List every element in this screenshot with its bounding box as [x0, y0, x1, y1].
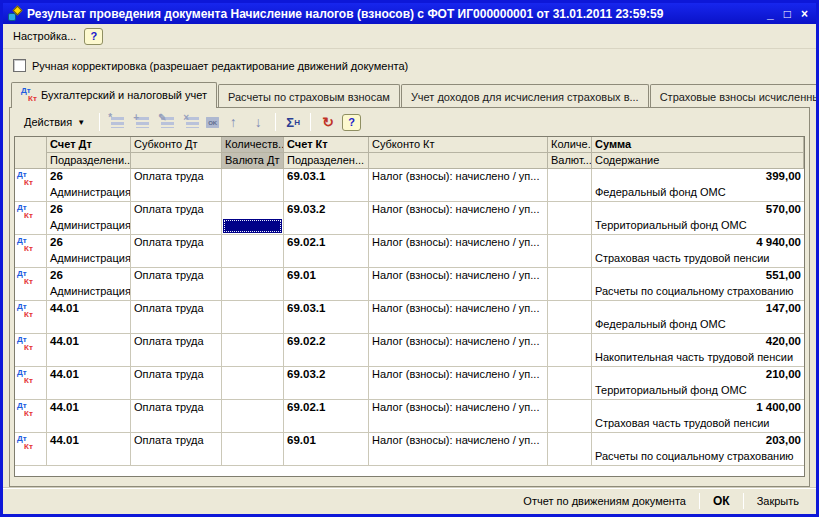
- dtkt-cell[interactable]: ДтКт: [15, 202, 47, 235]
- subconto-dt-cell[interactable]: Оплата труда: [131, 268, 222, 301]
- dtkt-cell[interactable]: ДтКт: [15, 235, 47, 268]
- kolichestvo-valuta-dt-cell[interactable]: [222, 235, 284, 268]
- subconto-kt-cell[interactable]: Налог (взносы): начислено / уп...: [369, 268, 548, 301]
- settings-menu-item[interactable]: Настройка...: [11, 27, 78, 45]
- kolichestvo-valuta-dt-cell[interactable]: [222, 334, 284, 367]
- dtkt-cell[interactable]: ДтКт: [15, 301, 47, 334]
- dtkt-cell[interactable]: ДтКт: [15, 400, 47, 433]
- dtkt-cell[interactable]: ДтКт: [15, 334, 47, 367]
- dtkt-cell[interactable]: ДтКт: [15, 169, 47, 202]
- schet-kt-cell[interactable]: 69.03.2: [284, 367, 369, 400]
- report-on-document-movements-button[interactable]: Отчет по движениям документа: [514, 491, 695, 511]
- subconto-kt-cell[interactable]: Налог (взносы): начислено / уп...: [369, 334, 548, 367]
- close-window-button[interactable]: Закрыть: [748, 491, 808, 511]
- subconto-dt-cell[interactable]: Оплата труда: [131, 433, 222, 466]
- subconto-dt-cell[interactable]: Оплата труда: [131, 235, 222, 268]
- subconto-dt-cell[interactable]: Оплата труда: [131, 367, 222, 400]
- kolichestvo-valuta-kt-cell[interactable]: [548, 235, 592, 268]
- kolichestvo-valuta-dt-cell[interactable]: [222, 367, 284, 400]
- kolichestvo-valuta-dt-cell[interactable]: [222, 400, 284, 433]
- header-cell[interactable]: [369, 153, 548, 169]
- schet-dt-cell[interactable]: 26 Администрация: [47, 169, 131, 202]
- kolichestvo-valuta-kt-cell[interactable]: [548, 301, 592, 334]
- summa-cell[interactable]: 399,00 Федеральный фонд ОМС: [592, 169, 804, 202]
- schet-dt-cell[interactable]: 26 Администрация: [47, 235, 131, 268]
- schet-kt-cell[interactable]: 69.03.2: [284, 202, 369, 235]
- kolichestvo-valuta-kt-cell[interactable]: [548, 169, 592, 202]
- schet-kt-cell[interactable]: 69.03.1: [284, 169, 369, 202]
- header-cell[interactable]: [15, 153, 47, 169]
- schet-kt-cell[interactable]: 69.03.1: [284, 301, 369, 334]
- totals-icon[interactable]: ΣH: [282, 112, 304, 132]
- close-button[interactable]: ×: [801, 7, 808, 21]
- subconto-dt-cell[interactable]: Оплата труда: [131, 301, 222, 334]
- header-cell[interactable]: Счет Кт: [284, 137, 369, 153]
- maximize-button[interactable]: □: [784, 7, 791, 21]
- schet-dt-cell[interactable]: 26 Администрация: [47, 268, 131, 301]
- header-cell[interactable]: Субконто Дт: [131, 137, 222, 153]
- header-cell[interactable]: Содержание: [592, 153, 804, 169]
- subconto-dt-cell[interactable]: Оплата труда: [131, 334, 222, 367]
- subconto-kt-cell[interactable]: Налог (взносы): начислено / уп...: [369, 169, 548, 202]
- dtkt-cell[interactable]: ДтКт: [15, 367, 47, 400]
- subconto-kt-cell[interactable]: Налог (взносы): начислено / уп...: [369, 235, 548, 268]
- kolichestvo-valuta-dt-cell[interactable]: [222, 169, 284, 202]
- header-cell[interactable]: Сумма: [592, 137, 804, 153]
- header-cell[interactable]: Количе...: [548, 137, 592, 153]
- dtkt-cell[interactable]: ДтКт: [15, 268, 47, 301]
- kolichestvo-valuta-kt-cell[interactable]: [548, 367, 592, 400]
- summa-cell[interactable]: 4 940,00 Страховая часть трудовой пенсии: [592, 235, 804, 268]
- header-cell[interactable]: Валют...: [548, 153, 592, 169]
- kolichestvo-valuta-dt-cell[interactable]: [222, 433, 284, 466]
- tab-4[interactable]: Страховые взносы исчисленные: [650, 84, 819, 107]
- header-cell[interactable]: Валюта Дт: [222, 153, 284, 169]
- schet-kt-cell[interactable]: 69.02.2: [284, 334, 369, 367]
- manual-adjustment-checkbox[interactable]: [13, 59, 26, 72]
- subconto-kt-cell[interactable]: Налог (взносы): начислено / уп...: [369, 400, 548, 433]
- kolichestvo-valuta-kt-cell[interactable]: [548, 400, 592, 433]
- summa-cell[interactable]: 570,00 Территориальный фонд ОМС: [592, 202, 804, 235]
- schet-kt-cell[interactable]: 69.02.1: [284, 235, 369, 268]
- schet-dt-cell[interactable]: 44.01: [47, 433, 131, 466]
- kolichestvo-valuta-kt-cell[interactable]: [548, 268, 592, 301]
- subconto-kt-cell[interactable]: Налог (взносы): начислено / уп...: [369, 433, 548, 466]
- header-cell[interactable]: Подразделен...: [284, 153, 369, 169]
- subconto-kt-cell[interactable]: Налог (взносы): начислено / уп...: [369, 367, 548, 400]
- summa-cell[interactable]: 551,00 Расчеты по социальному страховани…: [592, 268, 804, 301]
- summa-cell[interactable]: 203,00 Расчеты по социальному страховани…: [592, 433, 804, 466]
- header-cell[interactable]: [15, 137, 47, 153]
- minimize-button[interactable]: _: [767, 7, 774, 21]
- header-cell[interactable]: [131, 153, 222, 169]
- schet-kt-cell[interactable]: 69.01: [284, 268, 369, 301]
- header-cell[interactable]: Субконто Кт: [369, 137, 548, 153]
- schet-dt-cell[interactable]: 44.01: [47, 400, 131, 433]
- kolichestvo-valuta-dt-cell[interactable]: [222, 301, 284, 334]
- schet-dt-cell[interactable]: 44.01: [47, 367, 131, 400]
- help-button[interactable]: ?: [84, 28, 103, 45]
- subconto-dt-cell[interactable]: Оплата труда: [131, 202, 222, 235]
- subconto-dt-cell[interactable]: Оплата труда: [131, 400, 222, 433]
- actions-menu-button[interactable]: Действия ▼: [16, 112, 93, 132]
- table-empty-strip[interactable]: [15, 466, 804, 476]
- dtkt-cell[interactable]: ДтКт: [15, 433, 47, 466]
- kolichestvo-valuta-kt-cell[interactable]: [548, 433, 592, 466]
- ok-button[interactable]: ОК: [704, 490, 739, 512]
- tab-2[interactable]: Расчеты по страховым взносам: [218, 84, 400, 107]
- kolichestvo-valuta-dt-cell[interactable]: [222, 202, 284, 235]
- tab-3[interactable]: Учет доходов для исчисления страховых в.…: [401, 84, 649, 107]
- summa-cell[interactable]: 420,00 Накопительная часть трудовой пенс…: [592, 334, 804, 367]
- refresh-icon[interactable]: ↻: [317, 112, 339, 132]
- summa-cell[interactable]: 147,00 Федеральный фонд ОМС: [592, 301, 804, 334]
- schet-dt-cell[interactable]: 44.01: [47, 301, 131, 334]
- summa-cell[interactable]: 1 400,00 Страховая часть трудовой пенсии: [592, 400, 804, 433]
- header-cell[interactable]: Количеств...: [222, 137, 284, 153]
- header-cell[interactable]: Подразделени...: [47, 153, 131, 169]
- help-icon[interactable]: ?: [342, 114, 361, 131]
- schet-kt-cell[interactable]: 69.02.1: [284, 400, 369, 433]
- schet-dt-cell[interactable]: 26 Администрация: [47, 202, 131, 235]
- schet-dt-cell[interactable]: 44.01: [47, 334, 131, 367]
- header-cell[interactable]: Счет Дт: [47, 137, 131, 153]
- subconto-kt-cell[interactable]: Налог (взносы): начислено / уп...: [369, 202, 548, 235]
- schet-kt-cell[interactable]: 69.01: [284, 433, 369, 466]
- summa-cell[interactable]: 210,00 Территориальный фонд ОМС: [592, 367, 804, 400]
